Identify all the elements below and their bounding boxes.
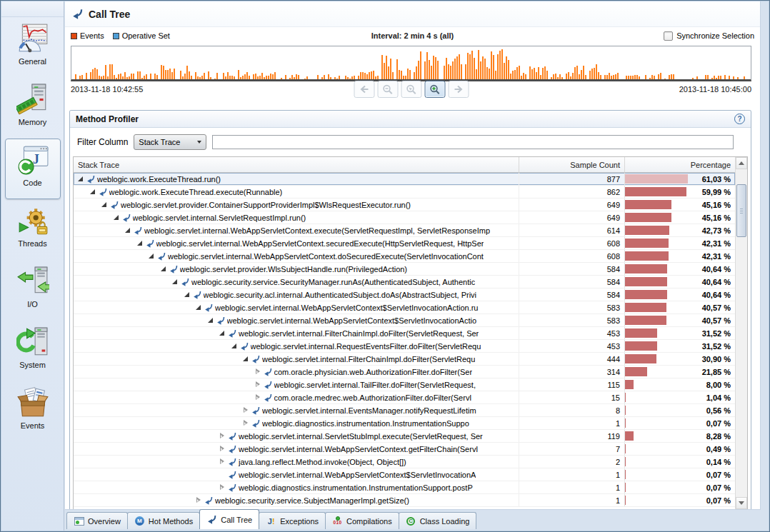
tree-expander-icon[interactable] bbox=[254, 393, 261, 401]
tree-expander-icon[interactable] bbox=[241, 419, 249, 427]
tree-expander-icon[interactable] bbox=[254, 381, 261, 388]
table-row[interactable]: weblogic.servlet.internal.FilterChainImp… bbox=[74, 327, 735, 340]
stack-trace-text: weblogic.servlet.internal.EventsManager.… bbox=[262, 406, 476, 415]
table-row[interactable]: weblogic.servlet.internal.FilterChainImp… bbox=[74, 353, 735, 366]
table-row[interactable]: weblogic.servlet.internal.WebAppServletC… bbox=[74, 314, 735, 327]
scrollbar-down-button[interactable] bbox=[736, 497, 747, 509]
filter-column-dropdown[interactable]: Stack Trace bbox=[134, 134, 206, 150]
sidebar-item-system[interactable]: System bbox=[5, 321, 61, 381]
stack-frame-icon bbox=[228, 458, 236, 466]
table-row[interactable]: weblogic.servlet.provider.ContainerSuppo… bbox=[74, 199, 735, 211]
tab-call-tree-label: Call Tree bbox=[221, 516, 252, 524]
sidebar-item-events[interactable]: Events bbox=[5, 381, 61, 442]
tree-expander-icon[interactable] bbox=[194, 303, 202, 311]
sidebar-item-memory[interactable]: Memory bbox=[5, 78, 61, 139]
percentage-value: 0,07 % bbox=[706, 483, 731, 492]
percentage-value: 8,00 % bbox=[706, 381, 731, 389]
tree-expander-icon[interactable] bbox=[76, 175, 84, 183]
help-icon[interactable]: ? bbox=[734, 114, 745, 124]
nav-forward-button[interactable] bbox=[448, 81, 469, 98]
tab-overview[interactable]: Overview bbox=[66, 512, 128, 529]
nav-zoom-selection-button[interactable] bbox=[401, 81, 421, 98]
tree-expander-icon[interactable] bbox=[218, 445, 226, 453]
tab-overview-label: Overview bbox=[88, 517, 121, 526]
table-row[interactable]: weblogic.servlet.internal.ServletStubImp… bbox=[74, 430, 735, 443]
table-row[interactable]: weblogic.security.service.SecurityManage… bbox=[74, 276, 735, 288]
stack-frame-icon bbox=[181, 278, 189, 286]
table-row[interactable]: weblogic.servlet.internal.WebAppServletC… bbox=[74, 468, 735, 481]
table-row[interactable]: weblogic.servlet.provider.WlsSubjectHand… bbox=[74, 263, 735, 276]
tree-expander-icon[interactable] bbox=[206, 316, 214, 324]
synchronize-selection-checkbox[interactable] bbox=[664, 31, 673, 41]
tree-expander-icon[interactable] bbox=[100, 201, 108, 209]
vertical-scrollbar[interactable] bbox=[735, 157, 747, 509]
tab-exceptions[interactable]: J! Exceptions bbox=[259, 512, 326, 529]
nav-zoom-in-button[interactable] bbox=[424, 81, 445, 98]
sample-count-value: 453 bbox=[519, 340, 624, 352]
tree-expander-icon[interactable] bbox=[194, 496, 202, 504]
timeline-chart[interactable] bbox=[71, 46, 751, 81]
tree-expander-icon[interactable] bbox=[218, 458, 226, 466]
table-row[interactable]: weblogic.diagnostics.instrumentation.Ins… bbox=[74, 481, 735, 494]
table-row[interactable]: weblogic.servlet.internal.WebAppServletC… bbox=[74, 224, 735, 237]
filter-column-dropdown-value: Stack Trace bbox=[139, 138, 193, 146]
sidebar-item-code[interactable]: J Code bbox=[5, 139, 61, 199]
tab-hot-methods-label: Hot Methods bbox=[149, 517, 193, 526]
filter-text-input[interactable] bbox=[212, 135, 734, 149]
column-header-sample-count[interactable]: Sample Count bbox=[519, 157, 624, 172]
call-tree-icon bbox=[206, 514, 217, 525]
tree-expander-icon[interactable] bbox=[241, 355, 249, 363]
table-row[interactable]: weblogic.work.ExecuteThread.execute(Runn… bbox=[74, 186, 735, 199]
sidebar-item-threads[interactable]: Threads bbox=[5, 199, 61, 260]
table-row[interactable]: weblogic.security.acl.internal.Authentic… bbox=[74, 288, 735, 301]
table-row[interactable]: java.lang.reflect.Method.invoke(Object, … bbox=[74, 456, 735, 468]
tree-expander-icon[interactable] bbox=[112, 214, 120, 221]
scrollbar-thumb[interactable] bbox=[736, 184, 746, 237]
hot-methods-icon: M bbox=[134, 516, 145, 526]
tab-hot-methods[interactable]: M Hot Methods bbox=[127, 512, 200, 529]
column-header-percentage[interactable]: Percentage bbox=[624, 157, 735, 172]
column-header-stack-trace[interactable]: Stack Trace bbox=[74, 157, 519, 172]
table-row[interactable]: weblogic.servlet.internal.ServletRequest… bbox=[74, 211, 735, 224]
tree-expander-icon[interactable] bbox=[218, 471, 226, 478]
percentage-value: 31,52 % bbox=[702, 329, 731, 338]
nav-zoom-out-button[interactable] bbox=[377, 81, 398, 98]
tree-expander-icon[interactable] bbox=[241, 406, 249, 414]
sidebar-item-general[interactable]: General bbox=[5, 17, 61, 78]
tree-expander-icon[interactable] bbox=[254, 368, 261, 376]
table-row[interactable]: com.oracle.medrec.web.AuthorizationFilte… bbox=[74, 391, 735, 404]
tree-expander-icon[interactable] bbox=[218, 483, 226, 491]
tree-expander-icon[interactable] bbox=[136, 239, 144, 247]
stack-trace-text: weblogic.servlet.internal.FilterChainImp… bbox=[239, 329, 479, 338]
sidebar-item-io[interactable]: I/O bbox=[5, 260, 61, 321]
tree-expander-icon[interactable] bbox=[171, 278, 179, 286]
table-row[interactable]: weblogic.diagnostics.instrumentation.Ins… bbox=[74, 417, 735, 430]
tab-class-loading[interactable]: C Class Loading bbox=[399, 512, 477, 529]
synchronize-selection[interactable]: Synchronize Selection bbox=[664, 31, 754, 41]
scrollbar-up-button[interactable] bbox=[736, 157, 747, 169]
percentage-bar bbox=[625, 367, 647, 376]
table-row[interactable]: weblogic.servlet.internal.TailFilter.doF… bbox=[74, 378, 735, 391]
table-row[interactable]: weblogic.servlet.internal.RequestEventsF… bbox=[74, 340, 735, 353]
table-row[interactable]: weblogic.security.service.SubjectManager… bbox=[74, 494, 735, 507]
table-row[interactable]: com.oracle.physician.web.AuthorizationFi… bbox=[74, 366, 735, 378]
table-row[interactable]: weblogic.servlet.internal.WebAppServletC… bbox=[74, 301, 735, 314]
tree-expander-icon[interactable] bbox=[124, 226, 131, 234]
nav-back-button[interactable] bbox=[354, 81, 374, 98]
table-row[interactable]: weblogic.servlet.internal.EventsManager.… bbox=[74, 404, 735, 417]
tab-call-tree[interactable]: Call Tree bbox=[199, 509, 259, 529]
tree-expander-icon[interactable] bbox=[218, 432, 226, 440]
table-row[interactable]: weblogic.servlet.internal.WebAppServletC… bbox=[74, 237, 735, 250]
table-row[interactable]: weblogic.work.ExecuteThread.run() 877 61… bbox=[74, 173, 735, 186]
tree-expander-icon[interactable] bbox=[89, 188, 96, 196]
tree-expander-icon[interactable] bbox=[230, 342, 238, 350]
table-row[interactable]: weblogic.servlet.internal.WebAppServletC… bbox=[74, 250, 735, 263]
stack-trace-text: weblogic.security.service.SecurityManage… bbox=[191, 278, 475, 286]
tree-expander-icon[interactable] bbox=[147, 252, 155, 260]
tree-expander-icon[interactable] bbox=[159, 265, 167, 273]
tab-compilations[interactable]: 010 Compilations bbox=[325, 512, 399, 529]
table-row[interactable]: weblogic.servlet.internal.WebAppServletC… bbox=[74, 443, 735, 456]
tree-expander-icon[interactable] bbox=[183, 291, 191, 298]
tree-expander-icon[interactable] bbox=[218, 329, 226, 337]
stack-frame-icon bbox=[122, 214, 131, 222]
